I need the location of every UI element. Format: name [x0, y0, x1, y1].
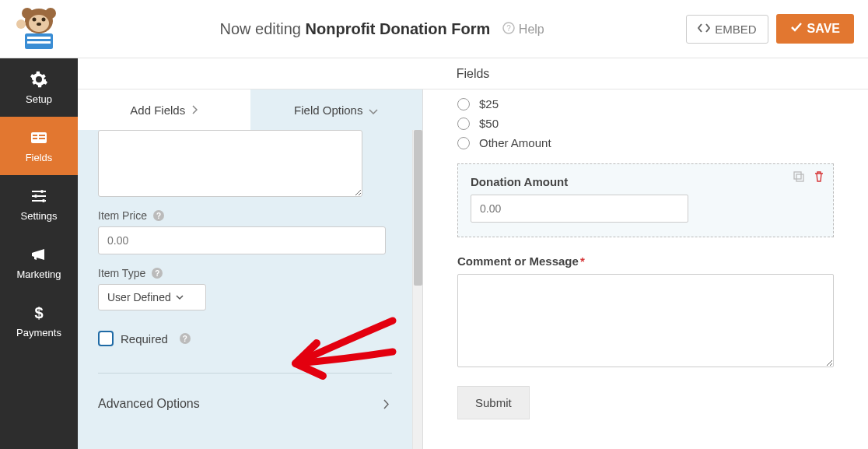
- svg-point-5: [42, 18, 46, 22]
- svg-rect-17: [39, 138, 45, 139]
- preview-inner: $25 $50 Other Amount: [423, 89, 868, 449]
- required-checkbox[interactable]: [98, 331, 114, 346]
- radio-option[interactable]: Other Amount: [457, 133, 834, 153]
- sidenav-item-fields[interactable]: Fields: [0, 117, 78, 175]
- svg-rect-23: [796, 174, 803, 181]
- title-area: Now editing Nonprofit Donation Form ? He…: [78, 20, 686, 38]
- required-star: *: [580, 254, 585, 268]
- svg-point-4: [33, 18, 37, 22]
- side-nav: Setup Fields Settings Marketing $ Paymen…: [0, 58, 78, 449]
- item-type-select[interactable]: User Defined: [98, 284, 206, 310]
- tab-add-fields[interactable]: Add Fields: [78, 89, 250, 130]
- comment-textarea[interactable]: [457, 274, 834, 367]
- help-icon[interactable]: ?: [153, 210, 164, 221]
- description-textarea[interactable]: [98, 130, 362, 197]
- fields-header: Fields: [78, 58, 868, 89]
- chevron-right-icon: [383, 399, 389, 409]
- svg-point-18: [40, 190, 44, 193]
- options-panel: Add Fields Field Options: [78, 89, 423, 449]
- sidenav-item-settings[interactable]: Settings: [0, 175, 78, 233]
- radio-icon[interactable]: [457, 98, 470, 110]
- tab-field-options[interactable]: Field Options: [250, 89, 423, 130]
- sidenav-item-marketing[interactable]: Marketing: [0, 233, 78, 292]
- svg-point-20: [42, 199, 45, 202]
- options-body: Item Price ? Item Type ? User Defi: [78, 130, 412, 449]
- sidenav-item-payments[interactable]: $ Payments: [0, 292, 78, 350]
- scrollbar-thumb[interactable]: [414, 130, 422, 286]
- chevron-down-icon: [369, 103, 378, 117]
- item-price-input[interactable]: [98, 226, 386, 254]
- list-icon: [30, 128, 48, 147]
- embed-button[interactable]: EMBED: [686, 15, 768, 44]
- gear-icon: [30, 70, 48, 89]
- chevron-down-icon: [176, 295, 184, 300]
- svg-rect-22: [794, 172, 801, 179]
- required-label: Required: [121, 332, 168, 346]
- svg-point-19: [34, 195, 37, 198]
- item-price-label: Item Price ?: [98, 209, 392, 222]
- radio-icon[interactable]: [457, 118, 470, 130]
- form-name: Nonprofit Donation Form: [306, 20, 491, 37]
- duplicate-icon[interactable]: [793, 170, 805, 183]
- svg-rect-15: [33, 138, 37, 139]
- donation-amount-input[interactable]: [471, 195, 688, 223]
- save-button[interactable]: SAVE: [776, 14, 854, 44]
- submit-button[interactable]: Submit: [457, 386, 530, 419]
- svg-rect-9: [27, 41, 51, 44]
- svg-rect-14: [33, 135, 37, 136]
- app-logo: [0, 5, 78, 52]
- svg-rect-16: [39, 135, 45, 136]
- required-row: Required ?: [98, 331, 392, 346]
- donation-label: Donation Amount: [471, 175, 821, 188]
- code-icon: [698, 23, 710, 36]
- top-bar: Now editing Nonprofit Donation Form ? He…: [0, 0, 868, 58]
- bullhorn-icon: [30, 245, 48, 264]
- preview-panel: $25 $50 Other Amount: [423, 89, 868, 449]
- divider: [98, 373, 392, 374]
- editing-prefix: Now editing: [219, 20, 301, 37]
- svg-rect-8: [27, 37, 51, 39]
- columns: Add Fields Field Options: [78, 89, 868, 449]
- check-icon: [790, 22, 803, 36]
- help-link[interactable]: ? Help: [502, 22, 544, 37]
- donation-amount-field-block[interactable]: Donation Amount: [457, 163, 834, 237]
- sidenav-item-setup[interactable]: Setup: [0, 58, 78, 117]
- help-icon[interactable]: ?: [152, 268, 163, 279]
- svg-text:?: ?: [506, 24, 511, 33]
- comment-label: Comment or Message*: [457, 254, 834, 268]
- help-icon: ?: [502, 22, 515, 37]
- radio-icon[interactable]: [457, 137, 470, 149]
- sliders-icon: [30, 187, 48, 205]
- svg-point-1: [22, 8, 33, 19]
- radio-option[interactable]: $25: [457, 94, 834, 114]
- panel-tabs: Add Fields Field Options: [78, 89, 422, 130]
- trash-icon[interactable]: [813, 170, 825, 183]
- chevron-right-icon: [191, 103, 198, 117]
- help-icon[interactable]: ?: [180, 333, 191, 344]
- main: Setup Fields Settings Marketing $ Paymen…: [0, 58, 868, 449]
- item-type-label: Item Type ?: [98, 267, 392, 279]
- dollar-icon: $: [30, 303, 48, 322]
- advanced-options-toggle[interactable]: Advanced Options: [98, 386, 392, 414]
- panel-scrollbar[interactable]: [412, 130, 422, 449]
- svg-point-6: [37, 23, 41, 26]
- content-area: Fields Add Fields Field Options: [78, 58, 868, 449]
- svg-text:$: $: [34, 304, 43, 321]
- svg-point-2: [45, 8, 56, 19]
- svg-point-10: [16, 19, 26, 29]
- radio-option[interactable]: $50: [457, 114, 834, 133]
